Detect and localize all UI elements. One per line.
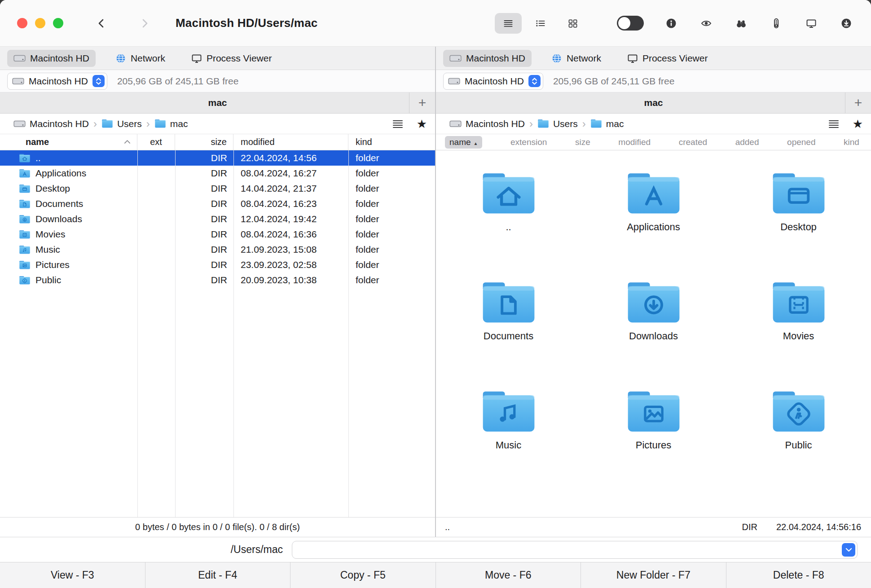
info-button[interactable] [664, 16, 679, 31]
view-options-icon[interactable] [828, 120, 839, 128]
file-row-parent[interactable]: .. DIR 22.04.2024, 14:56 folder [0, 150, 435, 166]
file-row-public[interactable]: Public DIR 20.09.2023, 10:38 folder [0, 272, 435, 288]
column-header-opened[interactable]: opened [787, 137, 815, 147]
edit-f4-button[interactable]: Edit - F4 [145, 562, 290, 588]
command-history-button[interactable] [842, 543, 855, 557]
dark-mode-toggle[interactable] [617, 16, 644, 31]
grid-item-documents[interactable]: Documents [436, 280, 581, 342]
column-divider[interactable] [175, 150, 176, 517]
info-icon [666, 18, 677, 29]
folder-tab[interactable]: mac [208, 97, 227, 108]
download-button[interactable] [839, 16, 854, 31]
popup-stepper-icon [528, 75, 541, 87]
file-row-music[interactable]: Music DIR 21.09.2023, 15:08 folder [0, 242, 435, 257]
grid-item-music[interactable]: Music [436, 389, 581, 451]
file-row-applications[interactable]: Applications DIR 08.04.2024, 16:27 folde… [0, 166, 435, 181]
breadcrumb-item-users[interactable]: Users [101, 118, 142, 129]
command-input[interactable] [292, 541, 858, 559]
breadcrumb-item-mac[interactable]: mac [154, 118, 188, 129]
sort-ascending-icon [474, 137, 478, 147]
breadcrumb-item-users[interactable]: Users [537, 118, 578, 129]
pane-tab-macintosh-hd[interactable]: Macintosh HD [443, 50, 532, 67]
column-header-modified[interactable]: modified [618, 137, 651, 147]
column-header-added[interactable]: added [735, 137, 759, 147]
network-share-button[interactable] [804, 16, 819, 31]
view-options-icon[interactable] [392, 120, 403, 128]
list-view-button[interactable] [495, 13, 522, 34]
copy-f5-button[interactable]: Copy - F5 [290, 562, 436, 588]
folder-tab[interactable]: mac [644, 97, 663, 108]
column-header-size[interactable]: size [575, 137, 590, 147]
archive-button[interactable] [769, 16, 784, 31]
volume-select[interactable]: Macintosh HD [7, 73, 107, 90]
favorite-star-icon[interactable] [853, 118, 863, 130]
left-folder-tabstrip: mac + [0, 92, 435, 114]
column-header-kind[interactable]: kind [844, 137, 859, 147]
breadcrumb-item-volume[interactable]: Macintosh HD [13, 118, 89, 129]
volume-select[interactable]: Macintosh HD [443, 73, 543, 90]
column-header-created[interactable]: created [679, 137, 707, 147]
file-row-movies[interactable]: Movies DIR 08.04.2024, 16:36 folder [0, 227, 435, 242]
grid-item-pictures[interactable]: Pictures [581, 389, 726, 451]
grid-item-desktop[interactable]: Desktop [726, 171, 871, 233]
column-divider[interactable] [348, 150, 349, 517]
pane-tab-network[interactable]: Network [545, 50, 607, 67]
breadcrumb-item-mac[interactable]: mac [590, 118, 624, 129]
grid-view-button[interactable] [559, 13, 586, 34]
minimize-window-button[interactable] [35, 18, 45, 28]
column-header-name[interactable]: name [445, 136, 482, 149]
zoom-window-button[interactable] [53, 18, 63, 28]
file-row-pictures[interactable]: Pictures DIR 23.09.2023, 02:58 folder [0, 257, 435, 272]
pictures-folder-icon [625, 389, 682, 435]
column-divider[interactable] [233, 150, 234, 517]
pane-tab-label: Process Viewer [642, 53, 708, 64]
file-row-downloads[interactable]: Downloads DIR 12.04.2024, 19:42 folder [0, 211, 435, 227]
applications-folder-icon [625, 171, 682, 217]
right-icon-grid: .. Applications Desktop Documents Downlo… [436, 150, 871, 517]
column-header-extension[interactable]: extension [510, 137, 547, 147]
favorite-star-icon[interactable] [417, 118, 427, 130]
new-tab-button[interactable]: + [845, 92, 871, 113]
back-button[interactable] [94, 16, 109, 31]
delete-f8-button[interactable]: Delete - F8 [726, 562, 871, 588]
pane-tab-process-viewer[interactable]: Process Viewer [185, 50, 278, 67]
new-tab-button[interactable]: + [409, 92, 435, 113]
grid-item-applications[interactable]: Applications [581, 171, 726, 233]
column-header-modified[interactable]: modified [233, 134, 348, 150]
preview-button[interactable] [699, 16, 714, 31]
pictures-folder-icon [19, 260, 31, 270]
grid-item-parent[interactable]: .. [436, 171, 581, 233]
download-icon [841, 18, 852, 29]
column-header-size[interactable]: size [175, 134, 233, 150]
column-divider[interactable] [137, 150, 138, 517]
file-row-documents[interactable]: Documents DIR 08.04.2024, 16:23 folder [0, 196, 435, 211]
column-header-name[interactable]: name [0, 134, 137, 150]
breadcrumb-item-volume[interactable]: Macintosh HD [449, 118, 525, 129]
move-f6-button[interactable]: Move - F6 [436, 562, 581, 588]
grid-view-icon [567, 18, 578, 29]
breadcrumb-label: mac [170, 118, 188, 129]
grid-item-downloads[interactable]: Downloads [581, 280, 726, 342]
search-button[interactable] [734, 16, 749, 31]
movies-folder-icon [19, 230, 31, 239]
pane-tab-macintosh-hd[interactable]: Macintosh HD [7, 50, 96, 67]
movies-folder-icon [770, 280, 827, 326]
detail-view-button[interactable] [527, 13, 554, 34]
breadcrumb-label: Macintosh HD [30, 118, 89, 129]
hard-drive-icon [13, 53, 26, 63]
file-row-desktop[interactable]: Desktop DIR 14.04.2024, 21:37 folder [0, 181, 435, 196]
close-window-button[interactable] [17, 18, 27, 28]
view-f3-button[interactable]: View - F3 [0, 562, 145, 588]
plus-icon: + [854, 95, 862, 110]
pane-tab-network[interactable]: Network [109, 50, 172, 67]
forward-button[interactable] [137, 16, 152, 31]
grid-item-public[interactable]: Public [726, 389, 871, 451]
grid-item-label: Public [785, 439, 812, 451]
new-folder-f7-button[interactable]: New Folder - F7 [581, 562, 726, 588]
binoculars-icon [736, 18, 747, 29]
pane-tab-process-viewer[interactable]: Process Viewer [621, 50, 714, 67]
grid-item-movies[interactable]: Movies [726, 280, 871, 342]
column-header-kind[interactable]: kind [348, 134, 435, 150]
column-header-ext[interactable]: ext [137, 134, 175, 150]
left-status-bar: 0 bytes / 0 bytes in 0 / 0 file(s). 0 / … [0, 517, 435, 537]
